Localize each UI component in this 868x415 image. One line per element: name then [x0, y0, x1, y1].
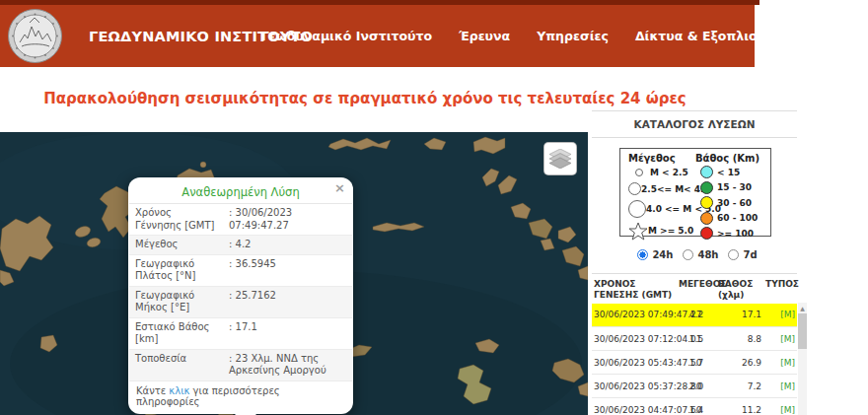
layers-icon	[549, 149, 571, 169]
main-navbar: ΓΕΩΔΥΝΑΜΙΚΟ ΙΝΣΤΙΤΟΥΤΟ Γεωδυναμικό Ινστι…	[0, 5, 755, 67]
panel-header: ΚΑΤΑΛΟΓΟΣ ΛΥΣΕΩΝ	[592, 110, 797, 138]
popup-label: Εστιακό Βάθος [km]	[129, 317, 223, 349]
seal-icon	[8, 9, 62, 63]
depth-swatch-yellow	[695, 196, 717, 209]
legend-item: 30 - 60	[695, 195, 770, 211]
depth-swatch-orange	[695, 212, 717, 225]
legend-label: M < 2.5	[650, 168, 688, 177]
popup-row-depth: Εστιακό Βάθος [km] : 17.1	[129, 317, 352, 349]
legend-item: < 15	[695, 165, 770, 180]
solutions-panel: ΚΑΤΑΛΟΓΟΣ ΛΥΣΕΩΝ Μέγεθος M < 2.5 2.5<= M…	[592, 110, 809, 415]
popup-row-longitude: Γεωγραφικό Μήκος [°E] : 25.7162	[129, 286, 352, 317]
legend-label: < 15	[717, 168, 740, 177]
popup-value: : 23 Χλμ. ΝΝΔ της Αρκεσίνης Αμοργού	[223, 349, 352, 380]
menu-item-services[interactable]: Υπηρεσίες	[537, 29, 609, 43]
more-info-link[interactable]: κλικ	[169, 385, 189, 396]
main-menu: Γεωδυναμικό Ινστιτούτο Έρευνα Υπηρεσίες …	[261, 5, 868, 67]
menu-item-news[interactable]: Νέα	[810, 29, 835, 43]
legend-label: 15 - 30	[717, 182, 752, 192]
magnitude-circle-small	[628, 169, 650, 176]
depth-swatch-green	[695, 181, 717, 194]
legend-item: 15 - 30	[695, 180, 770, 196]
legend-magnitude-column: Μέγεθος M < 2.5 2.5<= M< 4.0 4.0 <= M < …	[620, 149, 693, 236]
popup-label: Γεωγραφικό Πλάτος [°N]	[129, 254, 223, 286]
popup-row-time: Χρόνος Γέννησης [GMT] : 30/06/2023 07:49…	[129, 204, 352, 236]
table-row[interactable]: 30/06/2023 07:12:04.01 1.5 8.8 [M]	[592, 327, 797, 351]
cell-time: 30/06/2023 07:49:47.27	[592, 304, 677, 327]
col-header-time: ΧΡΟΝΟΣ ΓΕΝΕΣΗΣ (GMT)	[592, 276, 677, 304]
popup-footer: Κάντε κλικ για περισσότερες πληροφορίες	[129, 381, 352, 414]
close-icon[interactable]: ×	[334, 181, 345, 194]
menu-item-research[interactable]: Έρευνα	[459, 29, 510, 43]
radio-7d[interactable]	[728, 249, 739, 260]
legend-item: 60 - 100	[695, 211, 770, 227]
cell-type: [M]	[763, 351, 797, 375]
earthquake-table: ΧΡΟΝΟΣ ΓΕΝΕΣΗΣ (GMT) ΜΕΓΕΘΟΣ ΒΑΘΟΣ (χλμ)…	[592, 276, 797, 415]
cell-type: [M]	[763, 327, 797, 351]
popup-title: Αναθεωρημένη Λύση	[129, 181, 352, 204]
legend-item: 4.0 <= M < 5.0	[628, 198, 693, 220]
layers-control[interactable]	[543, 142, 577, 175]
table-row[interactable]: 30/06/2023 07:49:47.27 4.2 17.1 [M]	[592, 304, 797, 327]
radio-24h[interactable]	[637, 249, 648, 260]
col-header-magnitude: ΜΕΓΕΘΟΣ	[677, 276, 716, 304]
legend-label: 60 - 100	[717, 213, 758, 223]
cell-time: 30/06/2023 07:12:04.01	[592, 327, 677, 351]
cell-type: [M]	[763, 375, 797, 398]
magnitude-circle-large	[628, 200, 646, 218]
legend-item: M >= 5.0	[628, 220, 693, 242]
radio-48h[interactable]	[683, 249, 693, 260]
popup-value: : 25.7162	[223, 286, 352, 317]
popup-label: Μέγεθος	[129, 236, 223, 255]
depth-swatch-cyan	[695, 166, 717, 178]
scrollbar-thumb[interactable]	[798, 313, 807, 349]
legend-item: >= 100	[695, 226, 770, 242]
legend-item: M < 2.5	[628, 165, 693, 179]
magnitude-circle-medium	[628, 182, 641, 195]
popup-value: : 30/06/2023 07:49:47.27	[223, 204, 352, 236]
radio-label-24h[interactable]: 24h	[652, 249, 673, 260]
cell-time: 30/06/2023 05:43:47.50	[592, 351, 677, 375]
table-scrollbar[interactable]: ▲	[798, 303, 807, 415]
radio-label-48h[interactable]: 48h	[697, 249, 718, 260]
cell-depth: 7.2	[716, 375, 763, 398]
popup-row-latitude: Γεωγραφικό Πλάτος [°N] : 36.5945	[129, 254, 352, 286]
legend-label: M >= 5.0	[648, 226, 693, 236]
seismicity-map[interactable]: × Αναθεωρημένη Λύση Χρόνος Γέννησης [GMT…	[0, 132, 588, 415]
scrollbar-up-icon[interactable]: ▲	[798, 303, 807, 312]
down-arrow-icon[interactable]: ↓	[862, 28, 868, 45]
time-range-selector: 24h 48h 7d	[592, 249, 797, 260]
table-row[interactable]: 30/06/2023 05:43:47.50 1.7 26.9 [M]	[592, 351, 797, 375]
cell-time: 30/06/2023 05:37:28.80	[592, 375, 677, 398]
panel-divider	[592, 273, 797, 274]
popup-value: : 4.2	[223, 236, 352, 255]
earthquake-popup: × Αναθεωρημένη Λύση Χρόνος Γέννησης [GMT…	[128, 177, 353, 414]
magnitude-star-icon	[628, 222, 648, 241]
cell-type: [M]	[763, 398, 797, 415]
cell-time: 30/06/2023 04:47:07.60	[592, 398, 677, 415]
cell-depth: 8.8	[716, 327, 763, 351]
menu-item-networks[interactable]: Δίκτυα & Εξοπλισμός	[635, 29, 783, 43]
popup-row-location: Τοποθεσία : 23 Χλμ. ΝΝΔ της Αρκεσίνης Αμ…	[129, 349, 352, 380]
page-title: Παρακολούθηση σεισμικότητας σε πραγματικ…	[0, 90, 730, 107]
cell-depth: 26.9	[716, 351, 763, 375]
legend-label: 30 - 60	[717, 198, 752, 208]
col-header-depth: ΒΑΘΟΣ (χλμ)	[716, 276, 763, 304]
cell-type: [M]	[763, 304, 797, 327]
legend-item: 2.5<= M< 4.0	[628, 179, 693, 198]
institute-logo[interactable]	[8, 9, 62, 63]
popup-value: : 17.1	[223, 317, 352, 349]
popup-row-magnitude: Μέγεθος : 4.2	[129, 236, 352, 255]
legend-depth-column: Βάθος (Km) < 15 15 - 30 30 - 60 60 - 100…	[693, 149, 770, 236]
table-row[interactable]: 30/06/2023 04:47:07.60 1.4 11.2 [M]	[592, 398, 797, 415]
depth-swatch-red	[695, 227, 717, 240]
menu-item-institute[interactable]: Γεωδυναμικό Ινστιτούτο	[261, 29, 432, 43]
legend-depth-title: Βάθος (Km)	[695, 153, 770, 164]
table-row[interactable]: 30/06/2023 05:37:28.80 2.0 7.2 [M]	[592, 375, 797, 398]
popup-detail-table: Χρόνος Γέννησης [GMT] : 30/06/2023 07:49…	[129, 204, 352, 381]
popup-label: Τοποθεσία	[129, 349, 223, 380]
cell-depth: 17.1	[716, 304, 763, 327]
radio-label-7d[interactable]: 7d	[743, 249, 757, 260]
popup-footer-text: Κάντε	[136, 385, 169, 396]
popup-value: : 36.5945	[223, 254, 352, 286]
